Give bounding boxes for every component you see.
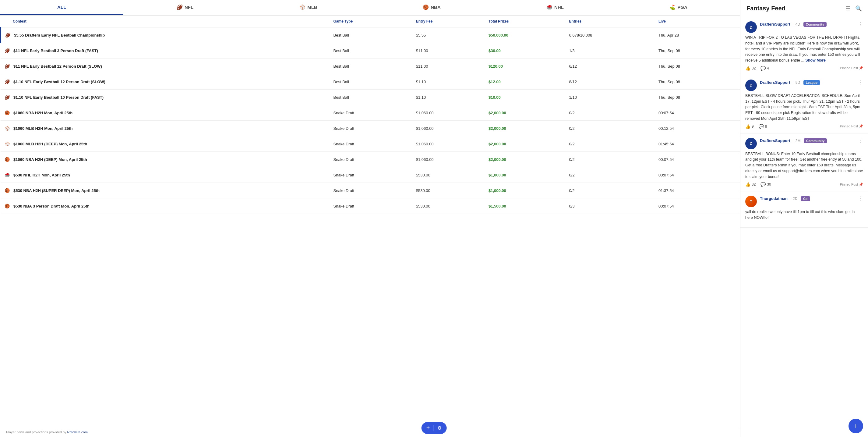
like-count: 32 [752, 182, 755, 186]
contests-table: Contest Game Type Entry Fee Total Prizes… [0, 16, 740, 214]
tab-nba[interactable]: 🏀 NBA [370, 0, 493, 15]
table-row[interactable]: 🏀 $1060 NBA H2H (DEEP) Mon, April 25th S… [1, 152, 740, 167]
comment-button[interactable]: 💬 4 [761, 66, 769, 71]
tab-pga[interactable]: ⛳ PGA [617, 0, 740, 15]
like-button[interactable]: 👍 32 [745, 182, 755, 187]
tab-nhl-label: NHL [554, 5, 564, 10]
filter-lines-icon[interactable]: ☰ [845, 5, 850, 12]
sport-icon: 🥌 [4, 172, 10, 178]
search-icon[interactable]: 🔍 [855, 5, 862, 12]
table-row[interactable]: 🏀 $530 NBA 3 Person Draft Mon, April 25t… [1, 198, 740, 214]
nhl-icon: 🥌 [547, 4, 553, 10]
table-row[interactable]: ⚾ $1060 MLB H2H (DEEP) Mon, April 25th S… [1, 136, 740, 152]
avatar: D [745, 80, 757, 91]
table-row[interactable]: 🏈 $1.10 NFL Early Bestball 12 Person Dra… [1, 74, 740, 90]
entries-cell: 0/2 [566, 136, 655, 152]
tab-mlb[interactable]: ⚾ MLB [247, 0, 370, 15]
tab-nhl[interactable]: 🥌 NHL [493, 0, 617, 15]
feed-body: yall do realize we only have till 1pm to… [745, 209, 863, 221]
entry-fee-cell: $1.10 [413, 90, 486, 105]
tab-nfl[interactable]: 🏈 NFL [123, 0, 247, 15]
contests-table-container: Contest Game Type Entry Fee Total Prizes… [0, 16, 740, 427]
tab-all[interactable]: ALL [0, 0, 123, 15]
feed-badge: League [803, 80, 820, 85]
table-row[interactable]: 🏀 $530 NBA H2H (SUPER DEEP) Mon, April 2… [1, 183, 740, 198]
feed-username[interactable]: Thurgodatman [760, 196, 787, 201]
entry-fee-cell: $530.00 [413, 183, 486, 198]
nfl-icon: 🏈 [177, 4, 183, 10]
table-row[interactable]: 🏀 $1060 NBA H2H Mon, April 25th Snake Dr… [1, 105, 740, 121]
table-row[interactable]: 🏈 $5.55 Drafters Early NFL Bestball Cham… [1, 27, 740, 43]
entries-cell: 0/2 [566, 183, 655, 198]
table-row[interactable]: 🏈 $1.10 NFL Early Bestball 10 Person Dra… [1, 90, 740, 105]
compose-button[interactable]: + [848, 419, 863, 433]
avatar-initials: T [750, 199, 752, 204]
total-prizes-cell: $2,000.00 [486, 136, 566, 152]
like-count: 32 [752, 66, 755, 70]
table-row[interactable]: 🏈 $11 NFL Early Bestball 12 Person Draft… [1, 59, 740, 74]
feed-time: · 4D [794, 22, 800, 27]
contest-cell: 🏀 $530 NBA 3 Person Draft Mon, April 25t… [1, 198, 330, 214]
like-button[interactable]: 👍 32 [745, 66, 755, 71]
feed-item-header: D DraftersSupport · 2M Community ⋮ [745, 138, 863, 149]
game-type-cell: Best Ball [330, 74, 413, 90]
thumbs-up-icon: 👍 [745, 124, 750, 129]
feed-badge: Community [803, 22, 827, 27]
feed-username[interactable]: DraftersSupport [760, 22, 790, 27]
total-prizes-cell: $10.00 [486, 90, 566, 105]
entry-fee-cell: $1,060.00 [413, 136, 486, 152]
sport-icon: 🏈 [4, 94, 10, 100]
more-options-button[interactable]: ⋮ [858, 138, 863, 144]
contest-name: $1060 NBA H2H Mon, April 25th [13, 111, 72, 115]
entries-cell: 0/2 [566, 167, 655, 183]
table-row[interactable]: ⚾ $1060 MLB H2H Mon, April 25th Snake Dr… [1, 121, 740, 136]
feed-meta: DraftersSupport · 2M Community [760, 138, 855, 143]
avatar: D [745, 21, 757, 33]
sport-tabs: ALL 🏈 NFL ⚾ MLB 🏀 NBA 🥌 NHL ⛳ PGA [0, 0, 740, 16]
comment-button[interactable]: 💬 30 [761, 182, 771, 187]
feed-username[interactable]: DraftersSupport [760, 138, 790, 143]
comment-icon: 💬 [759, 124, 764, 129]
table-row[interactable]: 🥌 $530 NHL H2H Mon, April 25th Snake Dra… [1, 167, 740, 183]
entry-fee-cell: $11.00 [413, 59, 486, 74]
entry-fee-cell: $1.10 [413, 74, 486, 90]
comment-button[interactable]: 💬 8 [759, 124, 767, 129]
tab-pga-label: PGA [677, 5, 687, 10]
game-type-cell: Snake Draft [330, 136, 413, 152]
fab-group[interactable]: + ⚙ [422, 422, 447, 434]
game-type-cell: Snake Draft [330, 183, 413, 198]
fab-plus-icon: + [426, 425, 430, 432]
table-row[interactable]: 🏈 $11 NFL Early Bestball 3 Person Draft … [1, 43, 740, 59]
nba-icon: 🏀 [423, 4, 429, 10]
game-type-cell: Best Ball [330, 43, 413, 59]
sport-icon: 🏈 [4, 63, 10, 69]
feed-username[interactable]: DraftersSupport [760, 80, 790, 85]
rotowire-link[interactable]: Rotowire.com [67, 430, 88, 434]
feed-post: D DraftersSupport · 2M Community ⋮ BESTB… [740, 134, 868, 192]
entries-cell: 8/12 [566, 74, 655, 90]
show-more-button[interactable]: Show More [805, 58, 826, 62]
contest-cell: 🏈 $11 NFL Early Bestball 12 Person Draft… [1, 59, 330, 74]
live-cell: 00:12:54 [655, 121, 740, 136]
avatar: T [745, 196, 757, 207]
more-options-button[interactable]: ⋮ [858, 21, 863, 27]
live-cell: 01:37:54 [655, 183, 740, 198]
feed-title: Fantasy Feed [746, 5, 785, 12]
avatar-initials: D [749, 83, 752, 87]
game-type-cell: Snake Draft [330, 167, 413, 183]
pinned-label: Pinned Post 📌 [840, 66, 863, 70]
avatar: D [745, 138, 757, 149]
entries-cell: 0/3 [566, 198, 655, 214]
contest-cell: 🏈 $11 NFL Early Bestball 3 Person Draft … [1, 43, 330, 59]
more-options-button[interactable]: ⋮ [858, 196, 863, 201]
comment-count: 4 [767, 66, 769, 70]
sport-icon: 🏀 [4, 203, 10, 209]
more-options-button[interactable]: ⋮ [858, 80, 863, 85]
feed-post: T Thurgodatman · 2D Co ⋮ yall do realize… [740, 192, 868, 228]
total-prizes-cell: $120.00 [486, 59, 566, 74]
game-type-cell: Best Ball [330, 90, 413, 105]
contest-cell: 🥌 $530 NHL H2H Mon, April 25th [1, 167, 330, 183]
game-type-cell: Snake Draft [330, 152, 413, 167]
sport-icon: 🏀 [4, 156, 10, 163]
like-button[interactable]: 👍 9 [745, 124, 754, 129]
